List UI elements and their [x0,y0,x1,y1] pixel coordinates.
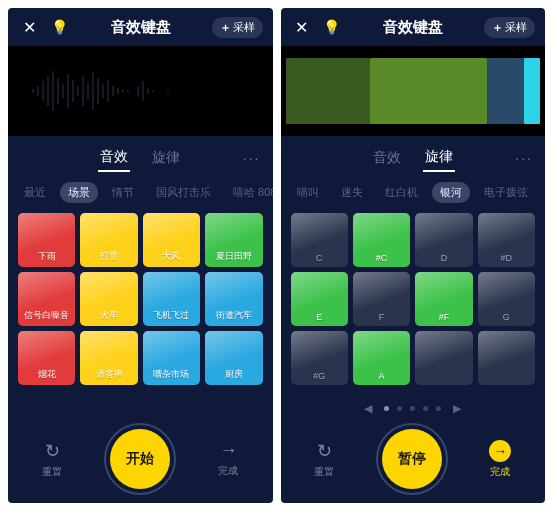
chip-guofeng[interactable]: 国风打击乐 [148,182,219,203]
pad-label: A [379,371,385,381]
pad[interactable]: 火车 [80,272,137,326]
chip-plot[interactable]: 情节 [104,182,142,203]
more-icon[interactable]: ··· [243,150,261,166]
pad[interactable]: #F [415,272,472,326]
plus-icon: ＋ [492,20,503,35]
chip-row[interactable]: 最近 场景 情节 国风打击乐 嘻哈 808 R [8,176,273,209]
pad-label: 信号白噪音 [24,309,69,322]
chip-pluck[interactable]: 电子拨弦 [476,182,536,203]
track-segment[interactable] [370,58,486,124]
pad-label: C [316,253,323,263]
page-dot[interactable] [397,406,402,411]
tab-bar: 音效 旋律 ··· [8,136,273,176]
track-segment[interactable] [286,58,371,124]
more-icon[interactable]: ··· [515,150,533,166]
pad[interactable]: #G [291,331,348,385]
chip-row[interactable]: 喵叫 迷失 红白机 银河 电子拨弦 合成弦乐 [281,176,546,209]
chip-strings[interactable]: 合成弦乐 [542,182,546,203]
pad-label: F [379,312,385,322]
pad-label: 打雷 [100,250,118,263]
close-icon[interactable]: ✕ [18,16,40,38]
pad-grid: 下雨打雷大风夏日田野信号白噪音火车飞机飞过街道汽车烟花滴答声嘈杂市场厨房 [8,209,273,421]
chip-recent[interactable]: 最近 [16,182,54,203]
pad[interactable]: 打雷 [80,213,137,267]
pad-label: #F [439,312,450,322]
pad[interactable]: C [291,213,348,267]
tab-sfx[interactable]: 音效 [371,145,403,171]
done-button[interactable]: → 完成 [218,440,238,478]
lightbulb-icon[interactable]: 💡 [321,16,343,38]
pad-label: 飞机飞过 [153,309,189,322]
waveform-icon [8,66,268,116]
tab-bar: 音效 旋律 ··· [281,136,546,176]
pad[interactable]: F [353,272,410,326]
page-dot[interactable] [423,406,428,411]
pad-label: #G [313,371,325,381]
pad-label: 夏日田野 [216,250,252,263]
arrow-right-icon: → [489,440,511,462]
reset-button[interactable]: ↻ 重置 [314,440,334,479]
pad[interactable]: 下雨 [18,213,75,267]
phone-left: ✕ 💡 音效键盘 ＋ 采样 [8,8,273,503]
close-icon[interactable]: ✕ [291,16,313,38]
sample-button[interactable]: ＋ 采样 [484,17,535,38]
pad-label: #D [501,253,513,263]
footer: ↻ 重置 开始 → 完成 [8,421,273,503]
chip-galaxy[interactable]: 银河 [432,182,470,203]
pad-label: 街道汽车 [216,309,252,322]
pad[interactable]: D [415,213,472,267]
chip-hiphop[interactable]: 嘻哈 808 [225,182,273,203]
reset-button[interactable]: ↻ 重置 [42,440,62,479]
pad[interactable] [415,331,472,385]
chip-scene[interactable]: 场景 [60,182,98,203]
pad[interactable]: 大风 [143,213,200,267]
pad[interactable]: 夏日田野 [205,213,262,267]
pad-label: 厨房 [225,368,243,381]
pad[interactable]: 信号白噪音 [18,272,75,326]
header: ✕ 💡 音效键盘 ＋ 采样 [8,8,273,46]
pad[interactable]: 飞机飞过 [143,272,200,326]
chip-meow[interactable]: 喵叫 [289,182,327,203]
done-button[interactable]: → 完成 [489,440,511,479]
pad-label: 大风 [162,250,180,263]
pad[interactable]: 嘈杂市场 [143,331,200,385]
tab-sfx[interactable]: 音效 [98,144,130,172]
page-next-icon[interactable]: ▶ [449,402,465,415]
track-segment[interactable] [487,58,524,124]
page-dot[interactable] [384,406,389,411]
pad-label: 火车 [100,309,118,322]
pad[interactable]: #C [353,213,410,267]
footer: ↻ 重置 暂停 → 完成 [281,421,546,503]
pause-button[interactable]: 暂停 [382,429,442,489]
pad[interactable] [478,331,535,385]
reset-icon: ↻ [45,440,60,462]
pad-label: E [316,312,322,322]
page-prev-icon[interactable]: ◀ [360,402,376,415]
chip-lost[interactable]: 迷失 [333,182,371,203]
pad[interactable]: 滴答声 [80,331,137,385]
waveform-area[interactable] [8,46,273,136]
track-segment[interactable] [524,58,540,124]
pad[interactable]: E [291,272,348,326]
track-area[interactable] [281,46,546,136]
pad-label: 烟花 [38,368,56,381]
lightbulb-icon[interactable]: 💡 [48,16,70,38]
pad-label: 滴答声 [96,368,123,381]
pad[interactable]: A [353,331,410,385]
start-button[interactable]: 开始 [110,429,170,489]
chip-famicom[interactable]: 红白机 [377,182,426,203]
pad-label: G [503,312,510,322]
pad[interactable]: #D [478,213,535,267]
pad[interactable]: 烟花 [18,331,75,385]
pad[interactable]: 街道汽车 [205,272,262,326]
header: ✕ 💡 音效键盘 ＋ 采样 [281,8,546,46]
page-dot[interactable] [410,406,415,411]
page-dot[interactable] [436,406,441,411]
sample-button[interactable]: ＋ 采样 [212,17,263,38]
pad-label: 下雨 [38,250,56,263]
pad[interactable]: 厨房 [205,331,262,385]
tab-melody[interactable]: 旋律 [150,145,182,171]
page-title: 音效键盘 [78,18,204,37]
pad[interactable]: G [478,272,535,326]
tab-melody[interactable]: 旋律 [423,144,455,172]
